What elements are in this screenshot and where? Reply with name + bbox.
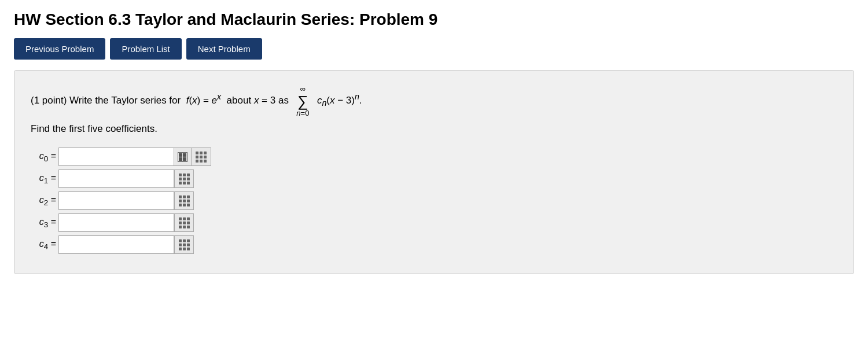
calendar-icon-button-c0[interactable] [174, 147, 192, 166]
coeff-label-c3: c3 = [31, 217, 56, 229]
problem-list-button[interactable]: Problem List [110, 38, 181, 60]
coeff-row-c2: c2 = [31, 191, 837, 210]
grid-icon-button-c2[interactable] [174, 191, 194, 210]
coeff-input-c2[interactable] [58, 191, 174, 210]
problem-desc-text: (1 point) Write the Taylor series for [31, 95, 183, 106]
series-expression: cn(x − 3)n. [314, 95, 362, 106]
coeff-input-c0[interactable] [58, 147, 174, 166]
about-text: about x = 3 as [224, 95, 292, 106]
page-title: HW Section 6.3 Taylor and Maclaurin Seri… [14, 10, 854, 29]
grid-icon-button-c1[interactable] [174, 169, 194, 188]
nav-buttons: Previous Problem Problem List Next Probl… [14, 38, 854, 60]
coeff-row-c0: c0 = [31, 147, 837, 166]
grid-icon-button-c3[interactable] [174, 213, 194, 232]
problem-box: (1 point) Write the Taylor series for f(… [14, 70, 854, 274]
sigma-notation: ∞ ∑ n=0 [296, 84, 309, 117]
find-coefficients-text: Find the first five coefficients. [31, 123, 837, 135]
coeff-row-c3: c3 = [31, 213, 837, 232]
grid-icon-button-c4[interactable] [174, 235, 194, 254]
function-math: f(x) = ex [186, 95, 224, 106]
problem-statement: (1 point) Write the Taylor series for f(… [31, 84, 837, 117]
prev-problem-button[interactable]: Previous Problem [14, 38, 105, 60]
coeff-label-c2: c2 = [31, 195, 56, 207]
coeff-label-c0: c0 = [31, 151, 56, 163]
coeff-label-c1: c1 = [31, 173, 56, 185]
sigma-symbol: ∑ [297, 94, 308, 109]
coeff-input-c4[interactable] [58, 235, 174, 254]
coeff-row-c4: c4 = [31, 235, 837, 254]
grid-icon-button-c0[interactable] [192, 147, 211, 166]
coeff-input-c1[interactable] [58, 169, 174, 188]
coeff-input-c3[interactable] [58, 213, 174, 232]
sigma-bottom: n=0 [296, 109, 309, 118]
next-problem-button[interactable]: Next Problem [186, 38, 262, 60]
coeff-row-c1: c1 = [31, 169, 837, 188]
coeff-label-c4: c4 = [31, 239, 56, 251]
